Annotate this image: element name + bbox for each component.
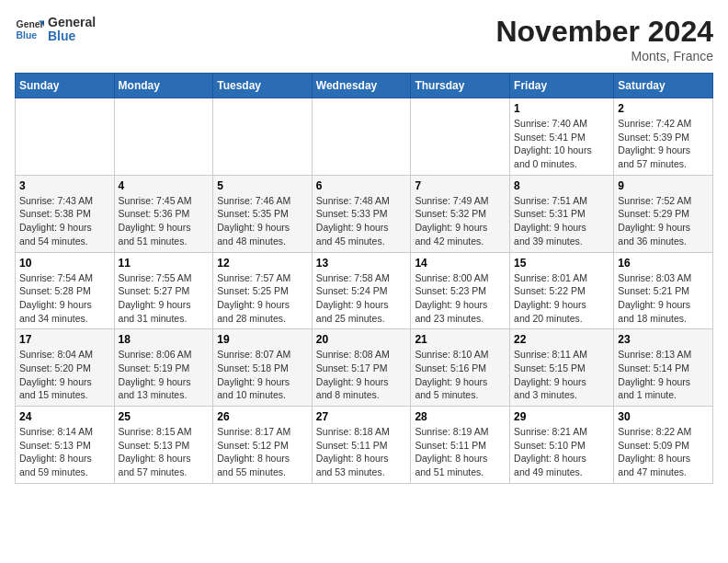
calendar-cell: 15Sunrise: 8:01 AM Sunset: 5:22 PM Dayli… bbox=[510, 252, 614, 329]
day-info: Sunrise: 8:03 AM Sunset: 5:21 PM Dayligh… bbox=[618, 271, 709, 326]
logo: General Blue General Blue bbox=[15, 15, 96, 44]
calendar-cell: 4Sunrise: 7:45 AM Sunset: 5:36 PM Daylig… bbox=[114, 175, 213, 252]
day-number: 23 bbox=[618, 333, 709, 346]
day-info: Sunrise: 8:14 AM Sunset: 5:13 PM Dayligh… bbox=[19, 425, 110, 479]
calendar-cell: 20Sunrise: 8:08 AM Sunset: 5:17 PM Dayli… bbox=[312, 329, 411, 407]
calendar-cell: 2Sunrise: 7:42 AM Sunset: 5:39 PM Daylig… bbox=[614, 98, 713, 176]
day-info: Sunrise: 7:40 AM Sunset: 5:41 PM Dayligh… bbox=[514, 117, 609, 171]
calendar-cell: 30Sunrise: 8:22 AM Sunset: 5:09 PM Dayli… bbox=[614, 407, 713, 484]
calendar-cell bbox=[411, 98, 510, 176]
day-number: 7 bbox=[415, 179, 506, 192]
title-area: November 2024 Monts, France bbox=[495, 15, 713, 63]
day-info: Sunrise: 8:18 AM Sunset: 5:11 PM Dayligh… bbox=[316, 425, 407, 479]
day-info: Sunrise: 8:06 AM Sunset: 5:19 PM Dayligh… bbox=[119, 348, 210, 402]
header: General Blue General Blue November 2024 … bbox=[15, 15, 713, 63]
day-number: 24 bbox=[19, 410, 110, 423]
calendar-cell: 23Sunrise: 8:13 AM Sunset: 5:14 PM Dayli… bbox=[614, 329, 713, 407]
day-info: Sunrise: 8:00 AM Sunset: 5:23 PM Dayligh… bbox=[415, 271, 506, 326]
day-number: 15 bbox=[514, 257, 609, 270]
calendar-cell: 12Sunrise: 7:57 AM Sunset: 5:25 PM Dayli… bbox=[213, 252, 313, 329]
day-info: Sunrise: 8:17 AM Sunset: 5:12 PM Dayligh… bbox=[217, 425, 308, 479]
day-info: Sunrise: 7:42 AM Sunset: 5:39 PM Dayligh… bbox=[618, 117, 709, 171]
day-number: 18 bbox=[119, 333, 210, 346]
calendar-week-row: 10Sunrise: 7:54 AM Sunset: 5:28 PM Dayli… bbox=[16, 252, 713, 329]
day-number: 16 bbox=[618, 257, 709, 270]
calendar-cell: 5Sunrise: 7:46 AM Sunset: 5:35 PM Daylig… bbox=[213, 175, 313, 252]
calendar-cell: 17Sunrise: 8:04 AM Sunset: 5:20 PM Dayli… bbox=[16, 329, 115, 407]
day-info: Sunrise: 8:13 AM Sunset: 5:14 PM Dayligh… bbox=[618, 348, 709, 402]
day-number: 29 bbox=[514, 410, 609, 423]
calendar-cell: 13Sunrise: 7:58 AM Sunset: 5:24 PM Dayli… bbox=[312, 252, 411, 329]
calendar-header-cell: Sunday bbox=[16, 74, 115, 98]
day-info: Sunrise: 7:55 AM Sunset: 5:27 PM Dayligh… bbox=[119, 271, 210, 326]
calendar-body: 1Sunrise: 7:40 AM Sunset: 5:41 PM Daylig… bbox=[16, 98, 713, 484]
logo-icon: General Blue bbox=[15, 15, 44, 44]
day-number: 1 bbox=[514, 102, 609, 115]
day-number: 6 bbox=[316, 179, 407, 192]
day-info: Sunrise: 7:49 AM Sunset: 5:32 PM Dayligh… bbox=[415, 194, 506, 248]
calendar-table: SundayMondayTuesdayWednesdayThursdayFrid… bbox=[15, 73, 713, 484]
day-number: 22 bbox=[514, 333, 609, 346]
location: Monts, France bbox=[495, 49, 713, 63]
day-info: Sunrise: 7:57 AM Sunset: 5:25 PM Dayligh… bbox=[217, 271, 308, 326]
day-info: Sunrise: 8:22 AM Sunset: 5:09 PM Dayligh… bbox=[618, 425, 709, 479]
calendar-cell: 6Sunrise: 7:48 AM Sunset: 5:33 PM Daylig… bbox=[312, 175, 411, 252]
day-number: 21 bbox=[415, 333, 506, 346]
calendar-cell: 21Sunrise: 8:10 AM Sunset: 5:16 PM Dayli… bbox=[411, 329, 510, 407]
day-info: Sunrise: 7:43 AM Sunset: 5:38 PM Dayligh… bbox=[19, 194, 110, 248]
calendar-week-row: 3Sunrise: 7:43 AM Sunset: 5:38 PM Daylig… bbox=[16, 175, 713, 252]
day-info: Sunrise: 7:48 AM Sunset: 5:33 PM Dayligh… bbox=[316, 194, 407, 248]
day-info: Sunrise: 8:11 AM Sunset: 5:15 PM Dayligh… bbox=[514, 348, 609, 402]
calendar-week-row: 1Sunrise: 7:40 AM Sunset: 5:41 PM Daylig… bbox=[16, 98, 713, 176]
day-number: 8 bbox=[514, 179, 609, 192]
calendar-cell: 16Sunrise: 8:03 AM Sunset: 5:21 PM Dayli… bbox=[614, 252, 713, 329]
day-info: Sunrise: 7:46 AM Sunset: 5:35 PM Dayligh… bbox=[217, 194, 308, 248]
calendar-cell: 10Sunrise: 7:54 AM Sunset: 5:28 PM Dayli… bbox=[16, 252, 115, 329]
day-info: Sunrise: 7:52 AM Sunset: 5:29 PM Dayligh… bbox=[618, 194, 709, 248]
calendar-cell: 11Sunrise: 7:55 AM Sunset: 5:27 PM Dayli… bbox=[114, 252, 213, 329]
day-number: 9 bbox=[618, 179, 709, 192]
day-info: Sunrise: 7:54 AM Sunset: 5:28 PM Dayligh… bbox=[19, 271, 110, 326]
day-info: Sunrise: 8:04 AM Sunset: 5:20 PM Dayligh… bbox=[19, 348, 110, 402]
day-number: 20 bbox=[316, 333, 407, 346]
calendar-cell: 27Sunrise: 8:18 AM Sunset: 5:11 PM Dayli… bbox=[312, 407, 411, 484]
calendar-week-row: 24Sunrise: 8:14 AM Sunset: 5:13 PM Dayli… bbox=[16, 407, 713, 484]
calendar-week-row: 17Sunrise: 8:04 AM Sunset: 5:20 PM Dayli… bbox=[16, 329, 713, 407]
svg-text:Blue: Blue bbox=[17, 30, 38, 40]
day-number: 10 bbox=[19, 257, 110, 270]
day-number: 4 bbox=[119, 179, 210, 192]
day-number: 11 bbox=[119, 257, 210, 270]
calendar-header-cell: Tuesday bbox=[213, 74, 313, 98]
calendar-cell: 24Sunrise: 8:14 AM Sunset: 5:13 PM Dayli… bbox=[16, 407, 115, 484]
calendar-cell: 7Sunrise: 7:49 AM Sunset: 5:32 PM Daylig… bbox=[411, 175, 510, 252]
day-info: Sunrise: 8:01 AM Sunset: 5:22 PM Dayligh… bbox=[514, 271, 609, 326]
day-number: 14 bbox=[415, 257, 506, 270]
day-info: Sunrise: 8:21 AM Sunset: 5:10 PM Dayligh… bbox=[514, 425, 609, 479]
calendar-cell: 18Sunrise: 8:06 AM Sunset: 5:19 PM Dayli… bbox=[114, 329, 213, 407]
month-title: November 2024 bbox=[495, 15, 713, 49]
day-number: 5 bbox=[217, 179, 308, 192]
calendar-cell bbox=[312, 98, 411, 176]
day-info: Sunrise: 7:45 AM Sunset: 5:36 PM Dayligh… bbox=[119, 194, 210, 248]
day-number: 28 bbox=[415, 410, 506, 423]
calendar-header-cell: Wednesday bbox=[312, 74, 411, 98]
day-info: Sunrise: 7:51 AM Sunset: 5:31 PM Dayligh… bbox=[514, 194, 609, 248]
day-number: 3 bbox=[19, 179, 110, 192]
calendar-cell: 14Sunrise: 8:00 AM Sunset: 5:23 PM Dayli… bbox=[411, 252, 510, 329]
day-number: 2 bbox=[618, 102, 709, 115]
calendar-cell bbox=[16, 98, 115, 176]
day-number: 27 bbox=[316, 410, 407, 423]
day-number: 25 bbox=[119, 410, 210, 423]
day-number: 13 bbox=[316, 257, 407, 270]
calendar-cell: 3Sunrise: 7:43 AM Sunset: 5:38 PM Daylig… bbox=[16, 175, 115, 252]
day-info: Sunrise: 8:07 AM Sunset: 5:18 PM Dayligh… bbox=[217, 348, 308, 402]
calendar-cell: 8Sunrise: 7:51 AM Sunset: 5:31 PM Daylig… bbox=[510, 175, 614, 252]
calendar-header-cell: Monday bbox=[114, 74, 213, 98]
day-number: 19 bbox=[217, 333, 308, 346]
calendar-cell: 9Sunrise: 7:52 AM Sunset: 5:29 PM Daylig… bbox=[614, 175, 713, 252]
day-number: 26 bbox=[217, 410, 308, 423]
calendar-cell bbox=[114, 98, 213, 176]
calendar-header-cell: Thursday bbox=[411, 74, 510, 98]
day-info: Sunrise: 8:15 AM Sunset: 5:13 PM Dayligh… bbox=[119, 425, 210, 479]
calendar-cell: 22Sunrise: 8:11 AM Sunset: 5:15 PM Dayli… bbox=[510, 329, 614, 407]
